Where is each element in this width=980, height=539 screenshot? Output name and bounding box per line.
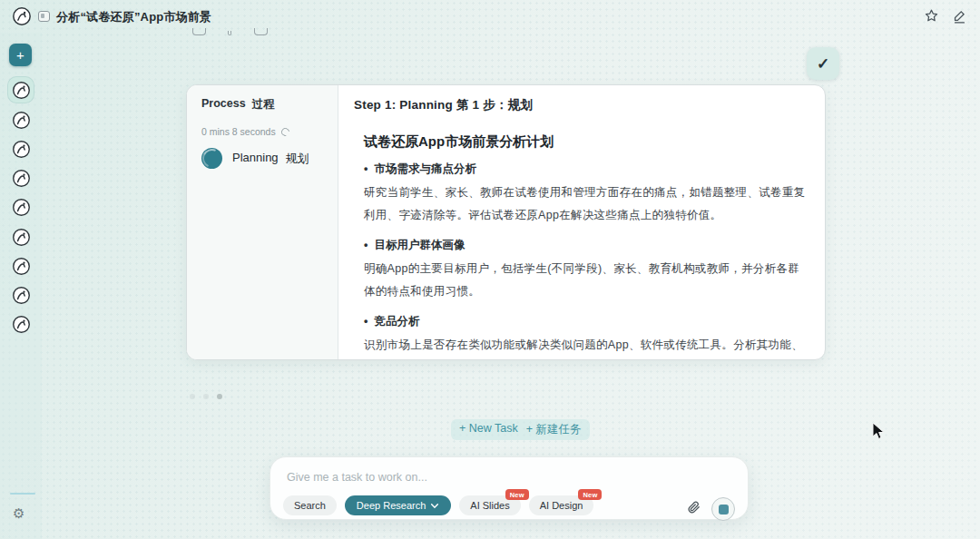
- task-input[interactable]: [287, 471, 722, 484]
- mode-search-label: Search: [294, 500, 326, 511]
- session-item[interactable]: [8, 253, 34, 279]
- new-task-rail-button[interactable]: +: [9, 44, 32, 66]
- session-item[interactable]: [8, 77, 34, 103]
- dot[interactable]: [203, 394, 209, 399]
- process-title-zh: 过程: [252, 97, 275, 113]
- process-panel: Process 过程 0 mins 8 seconds Planning 规划: [187, 85, 338, 359]
- section-body: 研究当前学生、家长、教师在试卷使用和管理方面存在的痛点，如错题整理、试卷重复利用…: [364, 181, 807, 227]
- session-item[interactable]: [8, 107, 34, 132]
- plan-section: 市场需求与痛点分析 研究当前学生、家长、教师在试卷使用和管理方面存在的痛点，如错…: [364, 162, 807, 227]
- new-badge: New: [578, 489, 602, 500]
- mouse-cursor: [872, 422, 887, 446]
- attach-paperclip-icon[interactable]: [686, 500, 701, 518]
- session-item[interactable]: [8, 282, 34, 308]
- session-logo-icon: [12, 140, 31, 159]
- step-detail-panel: Step 1: Planning 第 1 步：规划 试卷还原App市场前景分析计…: [338, 85, 825, 359]
- section-heading: 竞品分析: [364, 314, 807, 329]
- session-item[interactable]: [8, 311, 34, 337]
- plan-document: 试卷还原App市场前景分析计划 市场需求与痛点分析 研究当前学生、家长、教师在试…: [364, 133, 807, 360]
- stop-square-icon: [719, 505, 729, 514]
- confirm-check-button[interactable]: ✓: [807, 47, 839, 80]
- section-body: 识别市场上是否存在类似功能或解决类似问题的App、软件或传统工具。分析其功能、定…: [364, 334, 807, 360]
- chevron-down-icon: [430, 503, 439, 509]
- elapsed-time-label: 0 mins 8 seconds: [201, 126, 276, 137]
- new-task-label-en: + New Task: [459, 422, 518, 437]
- session-item[interactable]: [8, 224, 34, 250]
- session-logo-icon: [12, 286, 31, 305]
- plan-section: 目标用户群体画像 明确App的主要目标用户，包括学生(不同学段)、家长、教育机构…: [364, 238, 807, 303]
- edit-icon[interactable]: [952, 8, 967, 24]
- elapsed-time: 0 mins 8 seconds: [201, 126, 323, 137]
- session-logo-icon: [12, 228, 31, 247]
- section-heading: 目标用户群体画像: [364, 238, 807, 253]
- session-logo-icon: [12, 315, 31, 334]
- app-window: 分析“试卷还原”App市场前景 + ⚙: [0, 0, 980, 539]
- step-label-zh: 规划: [286, 151, 309, 167]
- step-spinner-icon: [201, 148, 222, 169]
- task-title: 分析“试卷还原”App市场前景: [56, 9, 211, 25]
- session-logo-icon: [12, 169, 31, 188]
- session-logo-icon: [12, 81, 31, 100]
- process-panel-title: Process 过程: [201, 97, 323, 113]
- plan-section: 竞品分析 识别市场上是否存在类似功能或解决类似问题的App、软件或传统工具。分析…: [364, 314, 807, 360]
- dot[interactable]: [190, 394, 195, 399]
- partial-toolbar-icon: [228, 31, 231, 35]
- dot-active[interactable]: [217, 394, 222, 399]
- mode-search-button[interactable]: Search: [283, 495, 337, 515]
- sidebar-toggle-icon[interactable]: [38, 11, 50, 22]
- partial-toolbar-icon: [254, 28, 268, 35]
- new-badge: New: [505, 489, 529, 500]
- partial-toolbar-icon: [192, 28, 206, 35]
- mode-deep-research-label: Deep Research: [357, 500, 426, 511]
- task-composer: Search Deep Research AI Slides New AI De…: [270, 456, 749, 520]
- app-logo-icon: [12, 6, 32, 26]
- process-title-en: Process: [201, 97, 246, 113]
- step-label-en: Planning: [232, 151, 279, 167]
- stop-button[interactable]: [711, 497, 735, 521]
- mode-ai-design-button[interactable]: AI Design New: [529, 495, 594, 515]
- carousel-dots[interactable]: [190, 394, 222, 399]
- settings-gear-icon[interactable]: ⚙: [13, 505, 24, 522]
- session-logo-icon: [12, 198, 31, 217]
- new-task-link[interactable]: + New Task + 新建任务: [451, 419, 590, 440]
- favorite-star-icon[interactable]: [924, 8, 939, 24]
- task-progress-card: Process 过程 0 mins 8 seconds Planning 规划 …: [186, 84, 826, 360]
- mode-ai-slides-button[interactable]: AI Slides New: [459, 495, 520, 515]
- mode-row: Search Deep Research AI Slides New AI De…: [283, 495, 593, 515]
- session-item[interactable]: [8, 165, 34, 191]
- mode-ai-design-label: AI Design: [540, 500, 583, 511]
- step-header: Step 1: Planning 第 1 步：规划: [354, 97, 807, 113]
- session-item[interactable]: [8, 194, 34, 220]
- session-logo-icon: [12, 257, 31, 276]
- new-task-label-zh: + 新建任务: [526, 422, 582, 437]
- step-label: Planning 规划: [232, 151, 309, 167]
- rail-divider: [10, 493, 35, 495]
- plan-title: 试卷还原App市场前景分析计划: [364, 133, 807, 151]
- section-body: 明确App的主要目标用户，包括学生(不同学段)、家长、教育机构或教师，并分析各群…: [364, 258, 807, 303]
- session-item[interactable]: [8, 136, 34, 162]
- clock-icon: [279, 126, 291, 138]
- section-heading: 市场需求与痛点分析: [364, 162, 807, 177]
- top-bar: 分析“试卷还原”App市场前景: [0, 0, 980, 33]
- mode-deep-research-button[interactable]: Deep Research: [345, 495, 451, 515]
- process-step-planning[interactable]: Planning 规划: [201, 148, 323, 169]
- composer-actions: [686, 497, 735, 521]
- mode-ai-slides-label: AI Slides: [470, 500, 509, 511]
- session-rail: + ⚙: [0, 33, 42, 539]
- session-logo-icon: [12, 111, 31, 130]
